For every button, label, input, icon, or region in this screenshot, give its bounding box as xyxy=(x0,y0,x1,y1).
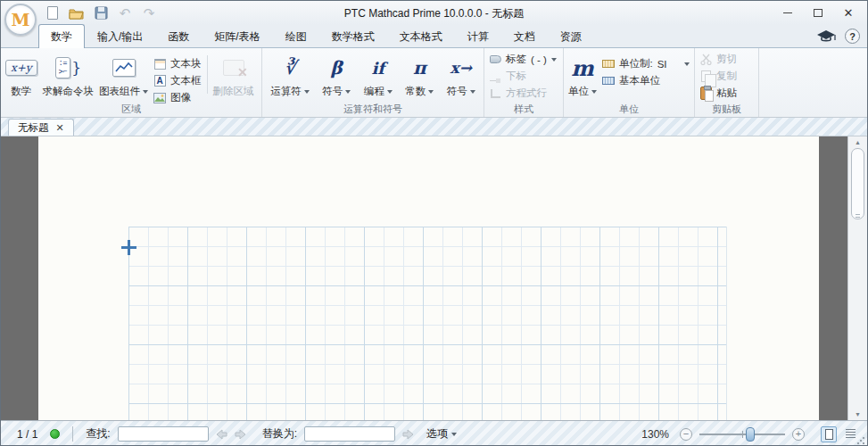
mathcad-logo-icon[interactable]: M xyxy=(4,4,37,36)
solve-block-button[interactable]: :=>⌐ } 求解命令块 xyxy=(40,53,97,99)
text-box-button[interactable]: A 文本框 xyxy=(151,72,204,89)
base-units-button[interactable]: 基本单位 xyxy=(599,72,692,89)
replace-label: 替换为: xyxy=(262,426,297,442)
text-block-label: 文本块 xyxy=(170,57,202,70)
units-button[interactable]: m 单位 xyxy=(566,53,599,99)
paste-button[interactable]: 粘贴 xyxy=(697,85,740,102)
equation-break-icon xyxy=(489,87,501,100)
equation-break-label: 方程式行 xyxy=(506,87,547,100)
copy-label: 复制 xyxy=(716,70,737,83)
maximize-button[interactable] xyxy=(803,1,833,25)
tab-document[interactable]: 文档 xyxy=(501,24,548,48)
tab-math-formatting[interactable]: 数学格式 xyxy=(319,24,387,48)
tab-math[interactable]: 数学 xyxy=(38,24,85,48)
zoom-slider-thumb[interactable] xyxy=(746,427,755,442)
math-region-label: 数学 xyxy=(11,85,31,98)
chevron-down-icon xyxy=(345,90,351,94)
find-previous-button[interactable] xyxy=(216,429,227,440)
chart-component-button[interactable]: 图表组件 xyxy=(96,53,151,99)
page-indicator: 1 / 1 xyxy=(17,428,37,441)
units-label: 单位 xyxy=(568,85,589,98)
page-view-button[interactable] xyxy=(821,426,837,442)
group-operators-label: 运算符和符号 xyxy=(262,103,484,116)
label-style-button[interactable]: 标签 ( - ) xyxy=(486,51,559,68)
learning-center-icon[interactable] xyxy=(816,29,836,44)
document-tab-untitled[interactable]: 无标题 ✕ xyxy=(8,119,74,136)
app-window: M ↶ ↷ PTC Mathcad Prime 10.0.0.0 - 无标题 ✕… xyxy=(0,0,868,446)
tab-text-formatting[interactable]: 文本格式 xyxy=(387,24,455,48)
tab-functions[interactable]: 函数 xyxy=(155,24,202,48)
tab-matrices-tables[interactable]: 矩阵/表格 xyxy=(202,24,272,48)
cursor-crosshair-icon[interactable] xyxy=(121,240,136,255)
tab-plots[interactable]: 绘图 xyxy=(273,24,319,48)
programming-button[interactable]: if 编程 xyxy=(361,53,395,99)
group-clipboard: 剪切 复制 粘贴 剪贴板 xyxy=(695,48,759,117)
math-region-button[interactable]: x+y 数学 xyxy=(3,53,40,99)
equation-break-button[interactable]: 方程式行 xyxy=(486,85,550,102)
cut-button[interactable]: 剪切 xyxy=(697,51,740,68)
zoom-out-button[interactable]: − xyxy=(680,428,692,441)
zoom-slider-tick xyxy=(742,431,743,438)
subscript-icon xyxy=(489,70,501,83)
scrollbar-thumb[interactable] xyxy=(851,148,864,219)
draft-view-icon xyxy=(846,429,856,439)
zoom-in-button[interactable]: + xyxy=(792,428,805,441)
unit-system-value: SI xyxy=(657,59,667,70)
constants-button[interactable]: π 常数 xyxy=(402,53,436,99)
help-button[interactable]: ? xyxy=(845,29,860,44)
resize-grip[interactable] xyxy=(856,436,865,445)
find-options-button[interactable]: 选项 xyxy=(426,426,457,442)
subscript-button[interactable]: 下标 xyxy=(486,68,529,85)
scroll-up-icon[interactable]: ▲ xyxy=(848,139,867,145)
separator xyxy=(72,426,73,442)
worksheet-page[interactable] xyxy=(38,136,819,420)
status-bar: 1 / 1 查找: 替换为: 选项 130% − + xyxy=(1,420,867,446)
chevron-down-icon xyxy=(387,90,393,94)
symbols-button[interactable]: β 符号 xyxy=(319,53,353,99)
symbolics-button[interactable]: x→ 符号 xyxy=(444,53,478,99)
subscript-label: 下标 xyxy=(506,70,526,83)
chevron-down-icon xyxy=(470,90,475,94)
tab-calculation[interactable]: 计算 xyxy=(455,24,501,48)
group-regions-label: 区域 xyxy=(1,103,261,116)
close-icon: ✕ xyxy=(844,6,854,20)
replace-button[interactable] xyxy=(402,429,414,440)
operators-icon: ∛ xyxy=(284,57,295,78)
zoom-slider[interactable] xyxy=(699,427,785,442)
text-block-button[interactable]: 文本块 xyxy=(151,55,204,72)
document-tab-close-icon[interactable]: ✕ xyxy=(56,123,64,133)
constants-label: 常数 xyxy=(405,85,426,98)
ribbon-empty-space xyxy=(759,48,867,117)
unit-system-icon xyxy=(602,58,615,70)
ribbon-tab-bar: 数学 输入/输出 函数 矩阵/表格 绘图 数学格式 文本格式 计算 文档 资源 … xyxy=(1,25,867,48)
tab-resources[interactable]: 资源 xyxy=(548,24,594,48)
chevron-down-icon xyxy=(551,58,557,62)
minimize-icon xyxy=(783,12,792,13)
paste-label: 粘贴 xyxy=(716,87,737,100)
chevron-down-icon xyxy=(304,90,310,94)
document-tab-bar: 无标题 ✕ xyxy=(1,118,867,136)
delete-region-icon: ✕ xyxy=(223,60,244,76)
arrow-right-icon xyxy=(402,429,414,440)
unit-system-button[interactable]: 单位制: SI xyxy=(599,55,692,72)
chevron-down-icon xyxy=(143,90,148,94)
ribbon: x+y 数学 :=>⌐ } 求解命令块 图表组件 xyxy=(1,48,867,118)
vertical-scrollbar[interactable]: ▲ ▼ xyxy=(847,136,867,420)
operators-button[interactable]: ∛ 运算符 xyxy=(268,53,312,99)
worksheet-grid[interactable] xyxy=(128,227,727,420)
scroll-down-icon[interactable]: ▼ xyxy=(848,411,867,417)
copy-button[interactable]: 复制 xyxy=(697,68,740,85)
chevron-down-icon xyxy=(428,90,434,94)
find-label: 查找: xyxy=(86,426,110,442)
minimize-button[interactable] xyxy=(773,1,803,25)
worksheet-canvas[interactable]: ▲ ▼ xyxy=(1,136,867,420)
find-next-button[interactable] xyxy=(235,429,246,440)
tab-input-output[interactable]: 输入/输出 xyxy=(85,24,155,48)
symbolics-label: 符号 xyxy=(447,85,467,98)
replace-input[interactable] xyxy=(304,426,395,442)
document-tab-title: 无标题 xyxy=(18,121,49,135)
find-input[interactable] xyxy=(118,426,209,442)
text-box-icon: A xyxy=(153,75,166,87)
close-button[interactable]: ✕ xyxy=(833,1,864,25)
delete-region-button[interactable]: ✕ 删除区域 xyxy=(211,53,257,99)
